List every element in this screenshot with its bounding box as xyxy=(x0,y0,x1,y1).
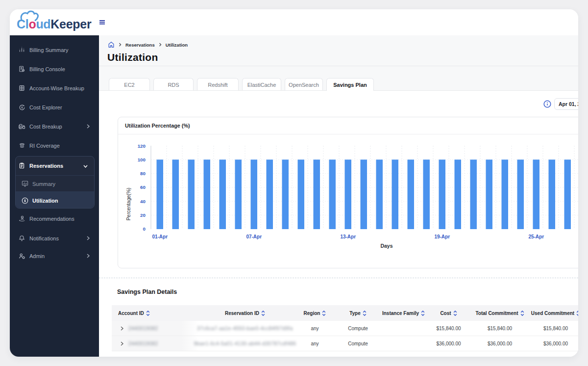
svg-text:19-Apr: 19-Apr xyxy=(434,234,450,239)
svg-text:01-Apr: 01-Apr xyxy=(152,234,168,239)
svg-text:60: 60 xyxy=(140,184,146,190)
svg-text:20: 20 xyxy=(140,212,146,218)
svg-text:80: 80 xyxy=(140,171,146,176)
svg-text:Percentage(%): Percentage(%) xyxy=(126,188,131,221)
svg-text:100: 100 xyxy=(138,157,146,162)
svg-text:07-Apr: 07-Apr xyxy=(246,234,262,239)
svg-text:25-Apr: 25-Apr xyxy=(528,234,544,239)
svg-text:40: 40 xyxy=(140,199,146,204)
svg-text:Days: Days xyxy=(380,243,392,249)
svg-text:120: 120 xyxy=(138,143,146,149)
svg-text:CloudKeeper: CloudKeeper xyxy=(17,17,92,31)
svg-text:13-Apr: 13-Apr xyxy=(340,234,356,239)
svg-text:0: 0 xyxy=(143,226,146,232)
